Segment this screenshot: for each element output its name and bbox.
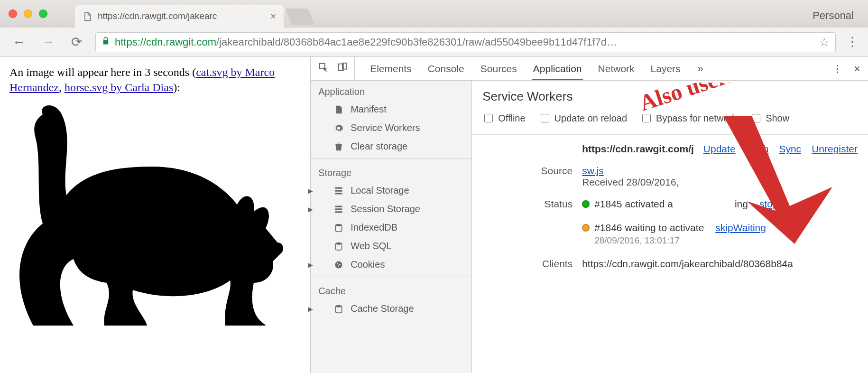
devtools-close-button[interactable]: × [854, 62, 860, 75]
sidebar-item-web-sql[interactable]: Web SQL [311, 237, 471, 255]
file-icon [83, 11, 92, 21]
status-label: Status [482, 198, 582, 246]
tab-layers[interactable]: Layers [650, 57, 682, 80]
trash-icon [333, 142, 344, 151]
sync-link[interactable]: Sync [779, 143, 801, 155]
source-received: Received 28/09/2016, [582, 177, 858, 188]
svg-point-5 [335, 261, 342, 268]
sidebar-section-storage: Storage [311, 162, 471, 181]
database-icon [333, 242, 344, 251]
browser-toolbar: ← → ⟳ https://cdn.rawgit.com/jakearchiba… [0, 28, 868, 57]
forward-button: → [39, 34, 58, 50]
panel-title: Service Workers [482, 89, 858, 104]
status-active-text: #1845 activated a [594, 198, 673, 210]
database-icon [333, 304, 344, 314]
svg-point-7 [339, 263, 341, 265]
maximize-window-button[interactable] [39, 9, 47, 18]
window-controls [9, 9, 47, 18]
sidebar-item-session-storage[interactable]: ▶ Session Storage [311, 200, 471, 218]
browser-menu-button[interactable]: ⋮ [846, 35, 859, 49]
minimize-window-button[interactable] [24, 9, 32, 18]
devtools-panel: Elements Console Sources Application Net… [310, 57, 868, 373]
bypass-network-checkbox[interactable]: Bypass for network [640, 112, 737, 124]
status-waiting-text: #1846 waiting to activate [594, 222, 704, 233]
cat-image [9, 100, 299, 328]
status-dot-waiting-icon [582, 224, 590, 232]
gear-icon [333, 123, 344, 133]
titlebar: https://cdn.rawgit.com/jakearc × Persona… [0, 0, 868, 28]
url-path: /jakearchibald/80368b84ac1ae8e229fc90b3f… [216, 36, 617, 48]
sidebar-item-manifest[interactable]: Manifest [311, 100, 471, 119]
sidebar-item-cache-storage[interactable]: ▶ Cache Storage [311, 299, 471, 318]
svg-point-6 [337, 263, 338, 264]
status-waiting-timestamp: 28/09/2016, 13:01:17 [582, 235, 858, 246]
unregister-link[interactable]: Unregister [812, 143, 858, 155]
inspect-element-icon[interactable] [318, 62, 329, 75]
sidebar-item-cookies[interactable]: ▶ Cookies [311, 255, 471, 274]
clients-value: https://cdn.rawgit.com/jakearchibald/803… [582, 258, 858, 270]
cookie-icon [333, 260, 344, 270]
back-button[interactable]: ← [9, 34, 28, 50]
devtools-tabbar: Elements Console Sources Application Net… [311, 57, 868, 81]
svg-point-9 [335, 305, 342, 307]
sidebar-item-local-storage[interactable]: ▶ Local Storage [311, 181, 471, 200]
tab-application[interactable]: Application [532, 57, 583, 80]
address-bar[interactable]: https://cdn.rawgit.com/jakearchibald/803… [95, 32, 836, 52]
table-icon [333, 205, 344, 214]
tab-sources[interactable]: Sources [480, 57, 518, 80]
expand-arrow-icon[interactable]: ▶ [311, 305, 313, 313]
sidebar-item-service-workers[interactable]: Service Workers [311, 119, 471, 137]
bookmark-star-icon[interactable]: ☆ [819, 36, 830, 49]
push-link[interactable]: Push [746, 143, 769, 155]
sidebar-section-cache: Cache [311, 280, 471, 299]
svg-point-3 [335, 224, 342, 226]
tab-title: https://cdn.rawgit.com/jakearc [98, 11, 217, 21]
browser-tab[interactable]: https://cdn.rawgit.com/jakearc × [75, 5, 284, 28]
sidebar-item-indexeddb[interactable]: IndexedDB [311, 218, 471, 237]
status-dot-active-icon [582, 200, 590, 208]
new-tab-button[interactable] [285, 9, 314, 25]
source-label: Source [482, 165, 582, 188]
expand-arrow-icon[interactable]: ▶ [311, 261, 313, 269]
page-text: An image will appear here in 3 seconds ( [9, 66, 196, 78]
tab-elements[interactable]: Elements [369, 57, 413, 80]
sw-options-row: Offline Update on reload Bypass for netw… [482, 112, 858, 124]
show-checkbox[interactable]: Show [750, 112, 789, 124]
expand-arrow-icon[interactable]: ▶ [311, 187, 313, 195]
sidebar-section-application: Application [311, 81, 471, 100]
svg-point-8 [338, 265, 339, 267]
close-tab-button[interactable]: × [270, 11, 276, 22]
profile-label[interactable]: Personal [813, 9, 854, 22]
update-link[interactable]: Update [703, 143, 736, 155]
update-on-reload-checkbox[interactable]: Update on reload [539, 112, 627, 124]
service-workers-panel: Service Workers Offline Update on reload… [472, 81, 868, 373]
table-icon [333, 186, 344, 196]
url-host: ://cdn.rawgit.com [138, 36, 216, 48]
url-protocol: https [115, 36, 138, 48]
file-icon [333, 105, 344, 114]
reload-button[interactable]: ⟳ [68, 34, 85, 50]
link-horse-svg[interactable]: horse.svg by Carla Dias [65, 81, 173, 93]
svg-point-4 [335, 242, 342, 244]
tabs-overflow-button[interactable]: » [698, 63, 703, 75]
skipwaiting-link[interactable]: skipWaiting [715, 222, 766, 233]
sidebar-item-clear-storage[interactable]: Clear storage [311, 137, 471, 156]
database-icon [333, 223, 344, 233]
expand-arrow-icon[interactable]: ▶ [311, 205, 313, 213]
device-toolbar-icon[interactable] [337, 62, 348, 75]
close-window-button[interactable] [9, 9, 17, 18]
tab-console[interactable]: Console [427, 57, 465, 80]
sw-scope: https://cdn.rawgit.com/j [582, 143, 694, 155]
source-link[interactable]: sw.js [582, 165, 604, 176]
application-sidebar: Application Manifest Service Workers Cle… [311, 81, 472, 373]
clients-label: Clients [482, 258, 582, 270]
devtools-menu-button[interactable]: ⋮ [832, 63, 842, 75]
lock-icon [102, 37, 110, 47]
offline-checkbox[interactable]: Offline [482, 112, 525, 124]
content-area: An image will appear here in 3 seconds (… [0, 57, 868, 373]
tab-network[interactable]: Network [597, 57, 636, 80]
page-viewport: An image will appear here in 3 seconds (… [0, 57, 310, 373]
stop-link[interactable]: stop [759, 198, 778, 210]
